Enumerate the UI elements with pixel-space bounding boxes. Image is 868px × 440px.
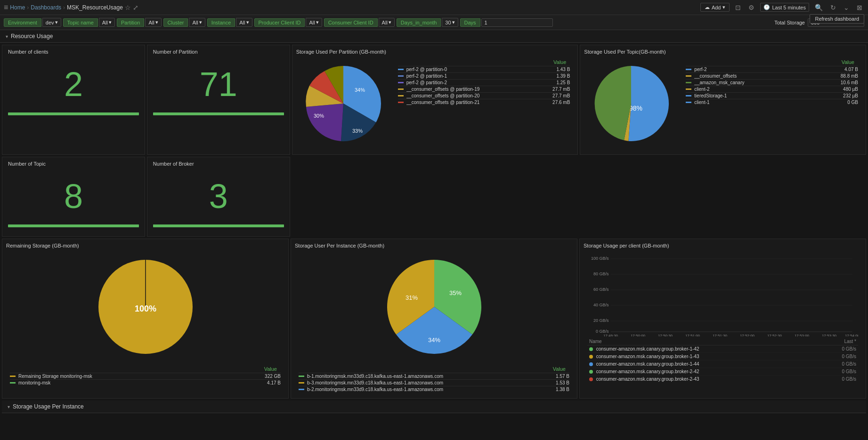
legend-item: tieredStorage-1 232 µB bbox=[686, 92, 858, 99]
svg-text:17:51:00: 17:51:00 bbox=[685, 334, 700, 336]
pie3-legend: Value Remaining Storage monitoring-msk 3… bbox=[6, 363, 284, 388]
section2-chevron-icon[interactable]: ▾ bbox=[8, 404, 10, 409]
home-link[interactable]: Home bbox=[10, 4, 25, 11]
producer-label[interactable]: Producer Client ID bbox=[254, 18, 305, 27]
hamburger-icon[interactable]: ≡ bbox=[4, 3, 8, 12]
legend-item-name: perf-2 bbox=[694, 67, 835, 72]
client-table: Name Last * consumer-amazon.msk.canary.g… bbox=[587, 338, 858, 383]
cluster-value[interactable]: All ▾ bbox=[189, 18, 205, 27]
environment-label[interactable]: Environment bbox=[4, 18, 41, 27]
client-name-cell: consumer-amazon.msk.canary.group.broker-… bbox=[587, 345, 821, 353]
legend-item-value: 1.25 B bbox=[546, 80, 570, 85]
legend-item: __consumer_offsets @ partition-20 27.7 m… bbox=[398, 92, 570, 99]
refresh-dashboard-button[interactable]: Refresh dashboard bbox=[810, 14, 864, 24]
filter-bar: Environment dev ▾ Topic name All ▾ Parti… bbox=[0, 15, 868, 30]
search-icon[interactable]: 🔍 bbox=[813, 3, 825, 12]
num-clients-card: Number of clients 2 bbox=[2, 45, 145, 155]
collapse-icon[interactable]: ⊠ bbox=[855, 3, 864, 12]
client-name: consumer-amazon.msk.canary.group.broker-… bbox=[596, 376, 699, 382]
client-color-dot bbox=[589, 362, 593, 366]
section-chevron-icon[interactable]: ▾ bbox=[6, 34, 8, 39]
client-last-value: 0 GB/s bbox=[821, 368, 858, 376]
refresh-icon[interactable]: ↻ bbox=[828, 3, 838, 12]
storage-per-instance-title: Storage User Per Instance (GB-month) bbox=[295, 243, 573, 248]
pie2-legend: Value perf-2 4.07 B __consumer_offsets 8… bbox=[682, 56, 862, 107]
consumer-label[interactable]: Consumer Client ID bbox=[324, 18, 378, 27]
legend-item-value: 4.07 B bbox=[835, 67, 858, 72]
total-storage-label: Total Storage bbox=[774, 20, 805, 25]
legend-color-swatch bbox=[299, 389, 304, 390]
environment-value[interactable]: dev ▾ bbox=[42, 18, 61, 27]
days-month-value[interactable]: 30 ▾ bbox=[442, 18, 458, 27]
legend-color-swatch bbox=[686, 102, 691, 103]
legend-item-name: perf-2 @ partition-2 bbox=[406, 80, 547, 85]
legend-item: perf-2 @ partition-0 1.43 B bbox=[398, 66, 570, 72]
legend-item-name: __consumer_offsets @ partition-19 bbox=[406, 87, 547, 92]
days-month-label[interactable]: Days_in_month bbox=[397, 18, 441, 27]
last-header: Last * bbox=[821, 338, 858, 345]
legend-item: __consumer_offsets @ partition-21 27.6 m… bbox=[398, 99, 570, 105]
topic-name-filter: Topic name All ▾ bbox=[63, 18, 115, 27]
topic-name-value[interactable]: All ▾ bbox=[99, 18, 115, 27]
svg-text:0 GB/s: 0 GB/s bbox=[596, 329, 609, 334]
legend-item-value: 1.38 B bbox=[546, 387, 569, 392]
bar-chart-svg: 100 GB/s 80 GB/s 60 GB/s 40 GB/s 20 GB/s… bbox=[587, 254, 858, 336]
svg-text:17:53:30: 17:53:30 bbox=[822, 334, 837, 336]
legend-item: Remaining Storage monitoring-msk 322 GB bbox=[10, 373, 281, 379]
client-last-value: 0 GB/s bbox=[821, 353, 858, 360]
instance-value[interactable]: All ▾ bbox=[236, 18, 252, 27]
svg-text:17:53:00: 17:53:00 bbox=[795, 334, 810, 336]
num-topic-card: Number of Topic 8 bbox=[2, 157, 145, 237]
legend-item: b-3.monitoringmsk.mn33d9.c18.kafka.us-ea… bbox=[299, 379, 569, 386]
camera-icon[interactable]: ⊡ bbox=[733, 3, 743, 12]
legend-color-swatch bbox=[686, 75, 691, 77]
legend-color-swatch bbox=[299, 376, 304, 377]
days-input[interactable] bbox=[481, 18, 553, 27]
partition-label[interactable]: Partition bbox=[117, 18, 144, 27]
topic-name-label[interactable]: Topic name bbox=[63, 18, 98, 27]
producer-value[interactable]: All ▾ bbox=[306, 18, 322, 27]
legend-item: b-2.monitoringmsk.mn33d9.c18.kafka.us-ea… bbox=[299, 386, 569, 392]
cluster-filter: Cluster All ▾ bbox=[163, 18, 205, 27]
cluster-label[interactable]: Cluster bbox=[163, 18, 188, 27]
more-options-icon[interactable]: ⌄ bbox=[842, 3, 851, 12]
num-partition-card: Number of Partition 71 bbox=[147, 45, 290, 155]
svg-text:17:50:30: 17:50:30 bbox=[658, 334, 673, 336]
current-page: MSK_ResourceUsage bbox=[67, 4, 123, 11]
legend-item: perf-2 @ partition-2 1.25 B bbox=[398, 79, 570, 86]
svg-text:33%: 33% bbox=[352, 128, 363, 134]
consumer-value[interactable]: All ▾ bbox=[379, 18, 395, 27]
legend-item-value: 480 µB bbox=[835, 87, 858, 92]
dashboards-link[interactable]: Dashboards bbox=[31, 4, 61, 11]
instance-filter: Instance All ▾ bbox=[207, 18, 252, 27]
instance-label[interactable]: Instance bbox=[207, 18, 235, 27]
storage-per-partition-card: Storage Used Per Partition (GB-month) 34… bbox=[292, 45, 578, 155]
storage-per-partition-title: Storage Used Per Partition (GB-month) bbox=[296, 49, 574, 55]
section-title: Resource Usage bbox=[11, 33, 53, 40]
legend-item: monitoring-msk 4.17 B bbox=[10, 379, 281, 386]
table-row: consumer-amazon.msk.canary.group.broker-… bbox=[587, 368, 858, 376]
svg-text:40 GB/s: 40 GB/s bbox=[593, 303, 609, 307]
legend-item-name: __amazon_msk_canary bbox=[694, 80, 835, 85]
svg-text:17:52:00: 17:52:00 bbox=[740, 334, 755, 336]
add-button[interactable]: ☁ Add ▾ bbox=[700, 3, 730, 12]
legend-item-value: 1.57 B bbox=[546, 374, 569, 379]
legend-item-value: 0 GB bbox=[835, 100, 858, 105]
table-row: consumer-amazon.msk.canary.group.broker-… bbox=[587, 360, 858, 368]
star-icon[interactable]: ☆ bbox=[125, 4, 131, 11]
legend-item-name: tieredStorage-1 bbox=[694, 93, 835, 98]
partition-value[interactable]: All ▾ bbox=[145, 18, 161, 27]
num-topic-title: Number of Topic bbox=[8, 161, 139, 167]
settings-icon[interactable]: ⚙ bbox=[746, 3, 756, 12]
svg-text:34%: 34% bbox=[355, 87, 365, 93]
share-icon[interactable]: ⤢ bbox=[133, 4, 138, 11]
client-name: consumer-amazon.msk.canary.group.broker-… bbox=[596, 369, 699, 374]
time-range-picker[interactable]: 🕐 Last 5 minutes bbox=[760, 3, 809, 12]
days-label[interactable]: Days bbox=[460, 18, 480, 27]
client-color-dot bbox=[589, 370, 593, 374]
svg-text:17:52:30: 17:52:30 bbox=[767, 334, 782, 336]
nav-sep1: › bbox=[27, 4, 29, 11]
legend-color-swatch bbox=[398, 95, 404, 96]
svg-text:35%: 35% bbox=[449, 289, 461, 296]
svg-text:30%: 30% bbox=[314, 113, 324, 119]
